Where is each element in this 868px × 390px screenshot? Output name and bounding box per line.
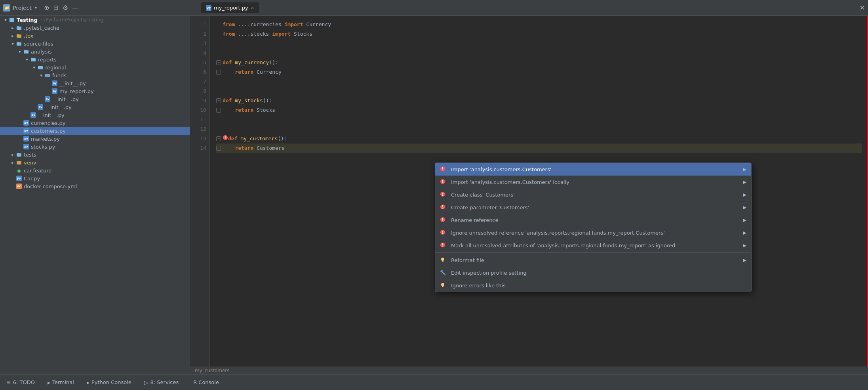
svg-rect-3 bbox=[17, 26, 19, 27]
tree-item-pytest_cache[interactable]: .pytest_cache bbox=[0, 24, 190, 32]
minimize-button[interactable]: — bbox=[72, 4, 78, 11]
tab-my-report[interactable]: py my_report.py × bbox=[201, 2, 259, 13]
tree-item-customers[interactable]: pycustomers.py bbox=[0, 127, 190, 135]
tree-label-car_feature: car.feature bbox=[24, 168, 51, 174]
collapse-button[interactable]: ⊟ bbox=[53, 4, 58, 11]
bottom-item-r-console[interactable]: R Console bbox=[188, 378, 222, 387]
file-icon-init3: py bbox=[37, 104, 44, 110]
tree-label-pytest_cache: .pytest_cache bbox=[24, 25, 59, 31]
tree-item-testing[interactable]: Testing~/PycharmProjects/Testing bbox=[0, 16, 190, 24]
bottom-item-python-console[interactable]: ▸Python Console bbox=[84, 378, 135, 387]
fold-button-13[interactable]: − bbox=[216, 136, 221, 141]
code-line-10[interactable]: − return Stocks bbox=[216, 105, 862, 115]
bottom-item-todo[interactable]: ≡6: TODO bbox=[3, 378, 38, 387]
code-line-8[interactable] bbox=[216, 86, 862, 96]
intention-arrow-rename-ref: ▶ bbox=[743, 218, 746, 223]
code-line-11[interactable] bbox=[216, 115, 862, 124]
code-line-7[interactable] bbox=[216, 77, 862, 86]
tree-item-regional[interactable]: regional bbox=[0, 63, 190, 71]
fold-button-10[interactable]: − bbox=[216, 108, 221, 113]
tree-arrow-reports[interactable] bbox=[24, 57, 30, 62]
intention-item-mark-ignored[interactable]: !Mark all unresolved attributes of 'anal… bbox=[435, 239, 751, 252]
tree-arrow-source-files[interactable] bbox=[10, 41, 16, 46]
file-icon-analysis bbox=[23, 48, 29, 55]
tree-item-funds[interactable]: funds bbox=[0, 71, 190, 79]
tab-close-button[interactable]: × bbox=[251, 5, 254, 10]
fold-button-5[interactable]: − bbox=[216, 60, 221, 65]
tree-item-tests[interactable]: tests bbox=[0, 151, 190, 159]
tree-arrow-testing[interactable] bbox=[2, 17, 9, 23]
tree-arrow-venv[interactable] bbox=[10, 160, 16, 165]
tree-arrow-regional[interactable] bbox=[31, 65, 37, 70]
code-line-13[interactable]: −!def my_customers(): bbox=[216, 134, 862, 143]
intention-icon-mark-ignored: ! bbox=[440, 242, 448, 249]
tree-arrow-funds[interactable] bbox=[38, 73, 44, 78]
intention-label-edit-inspection: Edit inspection profile setting bbox=[451, 270, 746, 276]
code-line-1[interactable]: from ....currencies import Currency bbox=[216, 20, 862, 29]
svg-rect-0 bbox=[10, 18, 14, 22]
tree-item-source-files[interactable]: source-files bbox=[0, 40, 190, 48]
svg-point-36 bbox=[441, 258, 444, 261]
tree-item-reports[interactable]: reports bbox=[0, 55, 190, 63]
tree-item-docker_compose[interactable]: dcdocker-compose.yml bbox=[0, 182, 190, 190]
svg-text:!: ! bbox=[442, 230, 444, 235]
tree-item-init3[interactable]: py__init__.py bbox=[0, 103, 190, 111]
code-line-5[interactable]: −def my_currency(): bbox=[216, 58, 862, 67]
intention-item-create-param[interactable]: !Create parameter 'Customers'▶ bbox=[435, 201, 751, 214]
intention-item-import-local[interactable]: !Import 'analysis.customers.Customers' l… bbox=[435, 176, 751, 188]
project-dropdown-arrow[interactable]: ▾ bbox=[35, 6, 37, 10]
file-icon-regional bbox=[37, 64, 44, 71]
fold-button-14[interactable]: − bbox=[216, 146, 221, 151]
bottom-icon-terminal: ▸ bbox=[48, 379, 50, 386]
bottom-item-terminal[interactable]: ▸Terminal bbox=[44, 378, 77, 387]
line-number-8: 8 bbox=[193, 86, 206, 96]
tree-item-init4[interactable]: py__init__.py bbox=[0, 111, 190, 119]
locate-button[interactable]: ⊕ bbox=[44, 4, 49, 11]
tree-item-currencies[interactable]: pycurrencies.py bbox=[0, 119, 190, 127]
settings-button[interactable]: ⚙ bbox=[63, 4, 68, 11]
intention-item-ignore-errors[interactable]: Ignore errors like this bbox=[435, 279, 751, 292]
tree-item-stocks[interactable]: pystocks.py bbox=[0, 143, 190, 151]
tree-arrow-tests[interactable] bbox=[10, 152, 16, 157]
code-line-2[interactable]: from ....stocks import Stocks bbox=[216, 29, 862, 39]
code-line-12[interactable] bbox=[216, 124, 862, 134]
fold-button-9[interactable]: − bbox=[216, 98, 221, 103]
tree-item-tox[interactable]: .tox bbox=[0, 32, 190, 40]
code-line-9[interactable]: −def my_stocks(): bbox=[216, 96, 862, 105]
project-label[interactable]: Project bbox=[13, 5, 32, 11]
tree-label-init1: __init__.py bbox=[59, 80, 86, 86]
tree-arrow-pytest_cache[interactable] bbox=[10, 25, 16, 31]
intention-item-edit-inspection[interactable]: 🔧Edit inspection profile setting bbox=[435, 266, 751, 279]
tree-label-reports: reports bbox=[38, 57, 56, 63]
intention-item-rename-ref[interactable]: !Rename reference▶ bbox=[435, 214, 751, 226]
line-number-1: 1 bbox=[193, 20, 206, 29]
tree-item-my_report[interactable]: pymy_report.py bbox=[0, 87, 190, 95]
code-line-3[interactable] bbox=[216, 39, 862, 48]
tree-arrow-analysis[interactable] bbox=[17, 49, 23, 54]
intention-item-create-class[interactable]: !Create class 'Customers'▶ bbox=[435, 188, 751, 201]
code-line-6[interactable]: − return Currency bbox=[216, 67, 862, 77]
tree-label-docker_compose: docker-compose.yml bbox=[24, 184, 77, 189]
tree-item-car_feature[interactable]: ◆car.feature bbox=[0, 166, 190, 174]
svg-rect-12 bbox=[38, 66, 43, 69]
code-line-4[interactable] bbox=[216, 48, 862, 58]
tab-bar: py my_report.py × bbox=[193, 2, 860, 13]
fold-button-6[interactable]: − bbox=[216, 70, 221, 75]
svg-rect-8 bbox=[24, 50, 29, 54]
tree-item-markets[interactable]: pymarkets.py bbox=[0, 135, 190, 143]
tree-arrow-tox[interactable] bbox=[10, 33, 16, 38]
tree-label-venv: venv bbox=[24, 160, 36, 166]
code-line-14[interactable]: − return Customers bbox=[216, 143, 862, 153]
intention-item-ignore-ref[interactable]: !Ignore unresolved reference 'analysis.r… bbox=[435, 226, 751, 239]
tree-item-init2[interactable]: py__init__.py bbox=[0, 95, 190, 103]
svg-text:!: ! bbox=[442, 180, 444, 184]
tree-item-analysis[interactable]: analysis bbox=[0, 48, 190, 55]
close-button[interactable]: ✕ bbox=[860, 4, 865, 11]
tree-item-car_py[interactable]: pyCar.py bbox=[0, 174, 190, 182]
intention-arrow-import-local: ▶ bbox=[743, 180, 746, 185]
tree-item-init1[interactable]: py__init__.py bbox=[0, 79, 190, 87]
tree-item-venv[interactable]: venv bbox=[0, 159, 190, 166]
bottom-item-services[interactable]: ▷8: Services bbox=[141, 378, 182, 387]
intention-item-reformat[interactable]: Reformat file▶ bbox=[435, 254, 751, 266]
intention-item-import-global[interactable]: !Import 'analysis.customers.Customers'▶ bbox=[435, 163, 751, 176]
